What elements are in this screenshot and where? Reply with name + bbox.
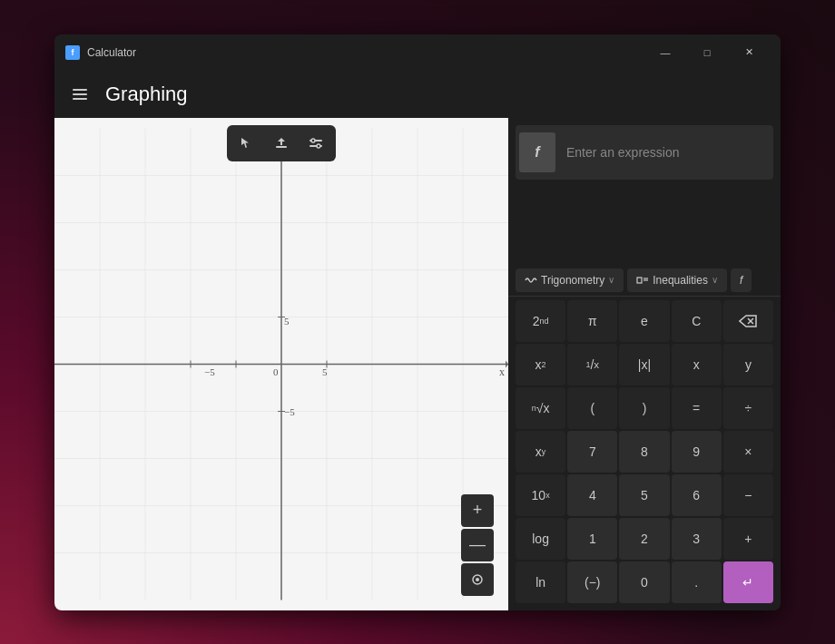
1-over-x-key[interactable]: 1/x xyxy=(567,344,617,385)
nth-root-key[interactable]: n√x xyxy=(516,387,565,429)
zoom-in-button[interactable]: + xyxy=(461,494,494,527)
close-button[interactable]: ✕ xyxy=(728,38,770,67)
maximize-button[interactable]: □ xyxy=(686,38,728,67)
functions-icon: f xyxy=(740,274,742,287)
abs-x-key[interactable]: |x| xyxy=(619,344,669,385)
svg-text:x: x xyxy=(499,365,505,377)
zoom-controls: + — xyxy=(461,494,494,596)
enter-key[interactable]: ↵ xyxy=(723,561,773,603)
multiply-key[interactable]: × xyxy=(723,431,773,473)
log-key[interactable]: log xyxy=(516,518,565,560)
e-key[interactable]: e xyxy=(619,300,669,342)
svg-point-38 xyxy=(311,139,315,142)
trig-chevron: ∨ xyxy=(608,275,614,285)
expression-bar[interactable]: f xyxy=(516,125,773,180)
svg-rect-42 xyxy=(637,278,642,283)
func-badge: f xyxy=(519,132,555,172)
y-var-key[interactable]: y xyxy=(723,344,773,385)
svg-point-39 xyxy=(317,144,320,148)
menu-line-1 xyxy=(73,89,87,91)
svg-text:−5: −5 xyxy=(204,366,215,376)
ln-key[interactable]: ln xyxy=(516,561,565,603)
graph-area[interactable]: x y 0 5 −5 5 −5 xyxy=(54,118,508,610)
expressions-list xyxy=(508,183,781,265)
menu-button[interactable] xyxy=(69,85,91,103)
share-tool-button[interactable] xyxy=(265,129,298,158)
app-header: Graphing xyxy=(54,71,781,118)
divide-key[interactable]: ÷ xyxy=(723,387,773,429)
2-key[interactable]: 2 xyxy=(619,518,669,560)
app-icon: f xyxy=(65,45,80,60)
x-squared-key[interactable]: x2 xyxy=(516,344,565,385)
functions-menu-button[interactable]: f xyxy=(731,268,752,292)
negate-key[interactable]: (−) xyxy=(567,561,617,603)
pi-key[interactable]: π xyxy=(567,300,617,342)
svg-text:0: 0 xyxy=(273,366,279,376)
zoom-out-button[interactable]: — xyxy=(461,529,494,561)
open-paren-key[interactable]: ( xyxy=(567,387,617,429)
svg-point-41 xyxy=(476,578,479,581)
window-controls: — □ ✕ xyxy=(644,38,770,67)
graph-toolbar xyxy=(227,125,336,161)
calculator-window: f Calculator — □ ✕ Graphing xyxy=(54,34,781,610)
settings-tool-button[interactable] xyxy=(300,129,332,158)
calc-panel: f Trigonometry ∨ xyxy=(508,118,781,610)
equals-key[interactable]: = xyxy=(672,387,722,429)
subtract-key[interactable]: − xyxy=(723,474,773,516)
trigonometry-menu-button[interactable]: Trigonometry ∨ xyxy=(516,268,624,292)
decimal-key[interactable]: . xyxy=(672,561,722,603)
menu-line-3 xyxy=(73,98,87,100)
6-key[interactable]: 6 xyxy=(672,474,722,516)
add-key[interactable]: + xyxy=(723,518,773,560)
10x-key[interactable]: 10x xyxy=(516,474,565,516)
clear-key[interactable]: C xyxy=(672,300,722,342)
1-key[interactable]: 1 xyxy=(567,518,617,560)
graph-svg: x y 0 5 −5 5 −5 xyxy=(54,118,508,610)
7-key[interactable]: 7 xyxy=(567,431,617,473)
window-title: Calculator xyxy=(87,46,136,59)
content-area: x y 0 5 −5 5 −5 xyxy=(54,118,781,610)
func-menu-bar: Trigonometry ∨ Inequalities ∨ f xyxy=(508,265,781,297)
expression-input[interactable] xyxy=(555,145,770,160)
svg-text:−5: −5 xyxy=(284,405,295,416)
close-paren-key[interactable]: ) xyxy=(619,387,669,429)
x-power-y-key[interactable]: xy xyxy=(516,431,565,473)
ineq-chevron: ∨ xyxy=(712,275,718,285)
title-bar-left: f Calculator xyxy=(65,45,136,60)
4-key[interactable]: 4 xyxy=(567,474,617,516)
0-key[interactable]: 0 xyxy=(619,561,669,603)
3-key[interactable]: 3 xyxy=(672,518,722,560)
keypad: 2ndπeCx21/x|x|xyn√x()=÷xy789×10x456−log1… xyxy=(508,297,781,610)
zoom-fit-button[interactable] xyxy=(461,563,494,596)
svg-rect-35 xyxy=(276,146,287,148)
app-title: Graphing xyxy=(105,83,188,106)
8-key[interactable]: 8 xyxy=(619,431,669,473)
9-key[interactable]: 9 xyxy=(672,431,722,473)
menu-line-2 xyxy=(73,93,87,95)
2nd-key[interactable]: 2nd xyxy=(516,300,565,342)
inequalities-menu-button[interactable]: Inequalities ∨ xyxy=(627,268,727,292)
backspace-key[interactable] xyxy=(723,300,773,342)
x-var-key[interactable]: x xyxy=(672,344,722,385)
minimize-button[interactable]: — xyxy=(644,38,686,67)
title-bar: f Calculator — □ ✕ xyxy=(54,34,781,71)
inequalities-label: Inequalities xyxy=(653,274,708,287)
trigonometry-label: Trigonometry xyxy=(541,274,604,287)
select-tool-button[interactable] xyxy=(231,129,263,158)
5-key[interactable]: 5 xyxy=(619,474,669,516)
